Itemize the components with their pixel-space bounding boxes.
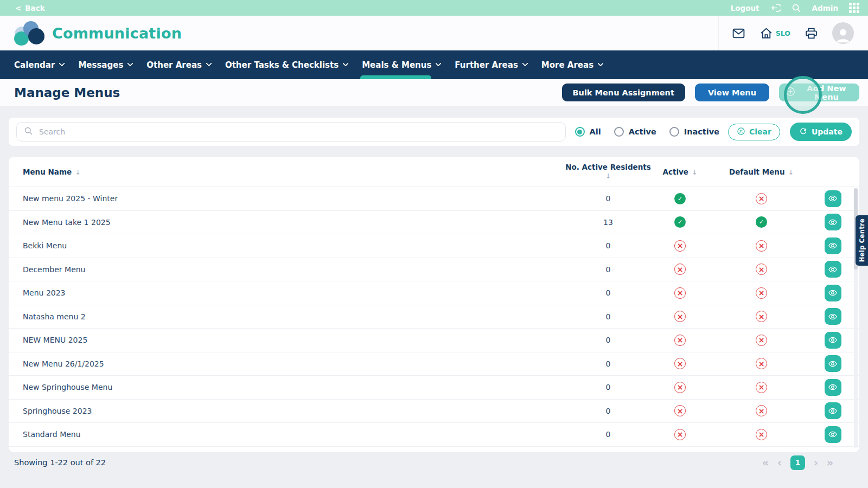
table-row: Bekki Menu0××	[9, 234, 859, 258]
view-eye-button[interactable]	[825, 214, 841, 230]
nav-item-messages[interactable]: Messages	[71, 50, 139, 79]
nav-item-meals-menus[interactable]: Meals & Menus	[355, 50, 448, 79]
main-content: AllActiveInactive Clear Update Menu Name…	[0, 106, 868, 488]
add-new-menu-label: Add New Menu	[800, 84, 853, 101]
menu-name-cell: Springhouse 2023	[23, 407, 573, 415]
active-status-cell: ×	[643, 240, 717, 252]
x-circle-icon: ×	[674, 358, 686, 369]
chevron-down-icon	[206, 60, 212, 66]
view-eye-button[interactable]	[825, 190, 841, 207]
help-centre-tab[interactable]: Help Centre	[856, 215, 868, 266]
clear-button[interactable]: Clear	[728, 124, 780, 140]
active-status-cell: ×	[643, 405, 717, 416]
radio-option-all[interactable]: All	[575, 127, 601, 137]
search-icon	[24, 126, 33, 138]
add-new-menu-button[interactable]: Add New Menu	[779, 84, 859, 101]
menus-table: Menu Name↓ No. Active Residents↓ Active↓…	[9, 157, 859, 452]
screen: < Back Logout Admin Communication	[0, 0, 868, 488]
last-page-icon[interactable]: »	[827, 458, 833, 468]
view-eye-button[interactable]	[825, 355, 841, 372]
check-circle-icon: ✓	[674, 216, 686, 228]
column-menu-name[interactable]: Menu Name↓	[23, 168, 573, 176]
nav-item-label: Other Tasks & Checklists	[225, 60, 339, 70]
logout-icon[interactable]	[770, 3, 781, 13]
admin-menu[interactable]: Admin	[812, 4, 838, 12]
radio-circle-icon[interactable]	[669, 127, 679, 137]
view-eye-button[interactable]	[825, 308, 841, 325]
search-icon[interactable]	[792, 3, 801, 13]
plus-circle-icon	[786, 87, 795, 98]
page-number[interactable]: 1	[790, 455, 805, 470]
radio-circle-icon[interactable]	[614, 127, 624, 137]
clear-label: Clear	[749, 127, 771, 136]
search-input[interactable]	[39, 127, 558, 136]
view-menu-button[interactable]: View Menu	[695, 84, 769, 101]
radio-option-inactive[interactable]: Inactive	[669, 127, 719, 137]
back-chevron-icon: <	[15, 4, 21, 12]
menu-name-cell: New menu 2025 - Winter	[23, 194, 573, 203]
nav-item-label: More Areas	[541, 60, 593, 70]
active-status-cell: ×	[643, 382, 717, 393]
active-status-cell: ×	[643, 358, 717, 369]
column-default-menu[interactable]: Default Menu↓	[717, 168, 806, 176]
sort-arrow-icon: ↓	[605, 172, 611, 181]
view-eye-button[interactable]	[825, 379, 841, 396]
chevron-down-icon	[522, 60, 528, 66]
x-circle-icon: ×	[674, 311, 686, 322]
view-eye-button[interactable]	[825, 332, 841, 349]
prev-page-icon[interactable]: ‹	[777, 458, 782, 468]
print-icon[interactable]	[805, 27, 818, 40]
chevron-down-icon	[597, 60, 603, 66]
view-eye-button[interactable]	[825, 402, 841, 419]
back-button[interactable]: < Back	[15, 4, 45, 12]
column-residents[interactable]: No. Active Residents↓	[573, 162, 643, 181]
status-filter-group: AllActiveInactive	[575, 127, 719, 137]
home-slo-button[interactable]: SLO	[760, 27, 790, 40]
table-row: New Springhouse Menu0××	[9, 376, 859, 400]
default-status-cell: ×	[717, 335, 806, 346]
first-page-icon[interactable]: «	[762, 458, 769, 468]
bulk-menu-assignment-button[interactable]: Bulk Menu Assignment	[562, 84, 685, 101]
radio-option-active[interactable]: Active	[614, 127, 656, 137]
avatar[interactable]	[832, 22, 854, 44]
active-status-cell: ×	[643, 264, 717, 275]
app-header: Communication SLO	[0, 16, 868, 50]
default-status-cell: ×	[717, 405, 806, 416]
residents-count-cell: 0	[573, 383, 643, 391]
x-circle-icon: ×	[756, 405, 767, 416]
chevron-down-icon	[127, 60, 133, 66]
residents-count-cell: 0	[573, 407, 643, 415]
column-active[interactable]: Active↓	[643, 168, 717, 176]
mail-icon[interactable]	[732, 27, 745, 40]
pagination: « ‹ 1 › »	[762, 455, 833, 470]
view-eye-button[interactable]	[825, 426, 841, 443]
nav-item-label: Further Areas	[455, 60, 518, 70]
page-title: Manage Menus	[14, 86, 120, 100]
check-circle-icon: ✓	[756, 216, 767, 228]
residents-count-cell: 0	[573, 359, 643, 368]
active-status-cell: ×	[643, 429, 717, 440]
next-page-icon[interactable]: ›	[814, 458, 818, 468]
nav-item-other-areas[interactable]: Other Areas	[139, 50, 218, 79]
x-circle-icon: ×	[756, 193, 767, 204]
update-button[interactable]: Update	[790, 123, 852, 141]
sort-arrow-icon: ↓	[788, 168, 794, 176]
logout-button[interactable]: Logout	[731, 4, 760, 12]
view-eye-button[interactable]	[825, 261, 841, 278]
app-title: Communication	[52, 25, 182, 42]
search-box[interactable]	[16, 122, 566, 142]
nav-item-other-tasks-checklists[interactable]: Other Tasks & Checklists	[218, 50, 355, 79]
back-label: Back	[25, 4, 44, 12]
apps-grid-icon[interactable]	[849, 3, 859, 13]
default-status-cell: ×	[717, 382, 806, 393]
view-eye-button[interactable]	[825, 237, 841, 254]
nav-item-further-areas[interactable]: Further Areas	[448, 50, 534, 79]
residents-count-cell: 0	[573, 265, 643, 274]
nav-item-calendar[interactable]: Calendar	[7, 50, 71, 79]
view-eye-button[interactable]	[825, 285, 841, 301]
nav-item-more-areas[interactable]: More Areas	[534, 50, 610, 79]
radio-circle-icon[interactable]	[575, 127, 585, 137]
default-status-cell: ×	[717, 240, 806, 252]
x-circle-icon: ×	[674, 429, 686, 440]
brand[interactable]: Communication	[14, 21, 182, 46]
